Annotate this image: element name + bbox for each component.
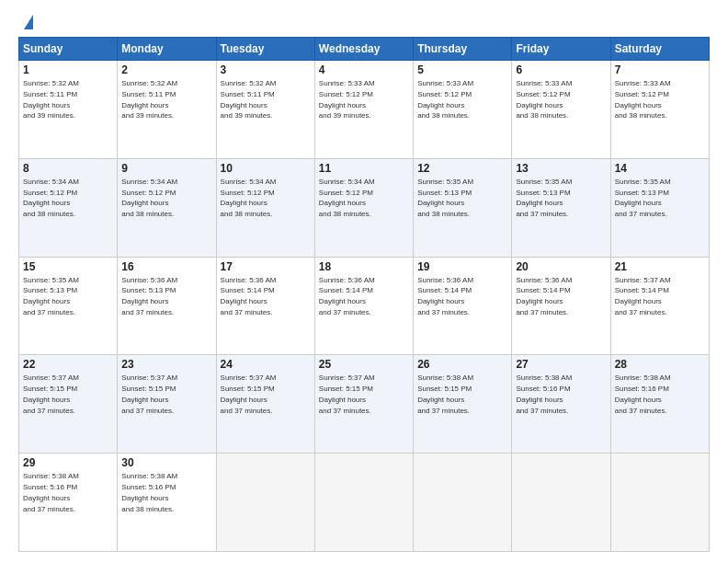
calendar-day-cell: 2 Sunrise: 5:32 AMSunset: 5:11 PMDayligh… — [118, 61, 216, 159]
day-info: Sunrise: 5:34 AMSunset: 5:12 PMDaylight … — [221, 178, 277, 218]
day-number: 6 — [516, 63, 606, 76]
calendar-day-cell: 15 Sunrise: 5:35 AMSunset: 5:13 PMDaylig… — [19, 257, 118, 355]
day-info: Sunrise: 5:33 AMSunset: 5:12 PMDaylight … — [417, 79, 473, 120]
day-number: 25 — [319, 358, 409, 371]
calendar-day-cell: 23 Sunrise: 5:37 AMSunset: 5:15 PMDaylig… — [118, 355, 216, 454]
day-number: 21 — [615, 260, 705, 273]
calendar-day-cell: 27 Sunrise: 5:38 AMSunset: 5:16 PMDaylig… — [512, 355, 610, 454]
day-info: Sunrise: 5:32 AMSunset: 5:11 PMDaylight … — [121, 79, 177, 120]
calendar-week-row: 8 Sunrise: 5:34 AMSunset: 5:12 PMDayligh… — [19, 158, 710, 257]
calendar-day-cell: 21 Sunrise: 5:37 AMSunset: 5:14 PMDaylig… — [610, 257, 709, 355]
calendar-day-cell — [216, 454, 314, 552]
calendar-week-row: 15 Sunrise: 5:35 AMSunset: 5:13 PMDaylig… — [19, 257, 710, 355]
calendar-day-cell: 30 Sunrise: 5:38 AMSunset: 5:16 PMDaylig… — [118, 454, 216, 552]
day-info: Sunrise: 5:38 AMSunset: 5:15 PMDaylight … — [417, 373, 473, 414]
calendar-day-cell: 22 Sunrise: 5:37 AMSunset: 5:15 PMDaylig… — [19, 355, 118, 454]
calendar-day-cell: 4 Sunrise: 5:33 AMSunset: 5:12 PMDayligh… — [314, 61, 413, 159]
day-number: 29 — [23, 456, 113, 469]
day-number: 28 — [615, 358, 705, 371]
calendar-week-row: 1 Sunrise: 5:32 AMSunset: 5:11 PMDayligh… — [19, 61, 710, 159]
day-number: 13 — [516, 162, 606, 175]
day-number: 26 — [417, 358, 507, 371]
calendar-week-row: 29 Sunrise: 5:38 AMSunset: 5:16 PMDaylig… — [19, 454, 710, 552]
calendar-dow-wednesday: Wednesday — [314, 38, 413, 61]
day-info: Sunrise: 5:33 AMSunset: 5:12 PMDaylight … — [319, 79, 375, 120]
calendar-day-cell: 13 Sunrise: 5:35 AMSunset: 5:13 PMDaylig… — [512, 158, 610, 257]
day-number: 3 — [221, 63, 311, 76]
calendar-day-cell: 16 Sunrise: 5:36 AMSunset: 5:13 PMDaylig… — [118, 257, 216, 355]
calendar-day-cell: 12 Sunrise: 5:35 AMSunset: 5:13 PMDaylig… — [414, 158, 512, 257]
page: SundayMondayTuesdayWednesdayThursdayFrid… — [0, 0, 728, 563]
day-info: Sunrise: 5:34 AMSunset: 5:12 PMDaylight … — [319, 178, 375, 218]
calendar-day-cell — [610, 454, 709, 552]
day-info: Sunrise: 5:37 AMSunset: 5:15 PMDaylight … — [23, 373, 79, 414]
day-number: 8 — [23, 162, 113, 175]
calendar-day-cell — [414, 454, 512, 552]
day-info: Sunrise: 5:35 AMSunset: 5:13 PMDaylight … — [417, 178, 473, 218]
calendar-day-cell: 25 Sunrise: 5:37 AMSunset: 5:15 PMDaylig… — [314, 355, 413, 454]
calendar-header-row: SundayMondayTuesdayWednesdayThursdayFrid… — [19, 38, 710, 61]
day-info: Sunrise: 5:37 AMSunset: 5:15 PMDaylight … — [319, 373, 375, 414]
day-number: 4 — [319, 63, 409, 76]
calendar-day-cell: 5 Sunrise: 5:33 AMSunset: 5:12 PMDayligh… — [414, 61, 512, 159]
day-info: Sunrise: 5:33 AMSunset: 5:12 PMDaylight … — [516, 79, 572, 120]
day-info: Sunrise: 5:32 AMSunset: 5:11 PMDaylight … — [221, 79, 277, 120]
day-info: Sunrise: 5:36 AMSunset: 5:14 PMDaylight … — [319, 276, 375, 316]
day-info: Sunrise: 5:36 AMSunset: 5:14 PMDaylight … — [417, 276, 473, 316]
calendar-day-cell: 17 Sunrise: 5:36 AMSunset: 5:14 PMDaylig… — [216, 257, 314, 355]
day-number: 9 — [121, 162, 211, 175]
day-number: 18 — [319, 260, 409, 273]
calendar-dow-sunday: Sunday — [19, 38, 118, 61]
day-number: 22 — [23, 358, 113, 371]
calendar-day-cell: 10 Sunrise: 5:34 AMSunset: 5:12 PMDaylig… — [216, 158, 314, 257]
calendar-day-cell: 9 Sunrise: 5:34 AMSunset: 5:12 PMDayligh… — [118, 158, 216, 257]
day-info: Sunrise: 5:36 AMSunset: 5:14 PMDaylight … — [221, 276, 277, 316]
calendar-day-cell: 20 Sunrise: 5:36 AMSunset: 5:14 PMDaylig… — [512, 257, 610, 355]
day-info: Sunrise: 5:34 AMSunset: 5:12 PMDaylight … — [121, 178, 177, 218]
calendar-day-cell: 29 Sunrise: 5:38 AMSunset: 5:16 PMDaylig… — [19, 454, 118, 552]
day-number: 10 — [221, 162, 311, 175]
logo — [18, 17, 33, 29]
calendar-day-cell: 18 Sunrise: 5:36 AMSunset: 5:14 PMDaylig… — [314, 257, 413, 355]
day-info: Sunrise: 5:38 AMSunset: 5:16 PMDaylight … — [121, 472, 177, 512]
day-number: 19 — [417, 260, 507, 273]
calendar-dow-saturday: Saturday — [610, 38, 709, 61]
day-info: Sunrise: 5:36 AMSunset: 5:14 PMDaylight … — [516, 276, 572, 316]
calendar-dow-monday: Monday — [118, 38, 216, 61]
calendar-dow-tuesday: Tuesday — [216, 38, 314, 61]
day-number: 16 — [121, 260, 211, 273]
calendar-day-cell — [512, 454, 610, 552]
day-info: Sunrise: 5:37 AMSunset: 5:14 PMDaylight … — [615, 276, 671, 316]
day-info: Sunrise: 5:37 AMSunset: 5:15 PMDaylight … — [221, 373, 277, 414]
day-info: Sunrise: 5:38 AMSunset: 5:16 PMDaylight … — [23, 472, 79, 512]
calendar-table: SundayMondayTuesdayWednesdayThursdayFrid… — [18, 37, 710, 552]
calendar-day-cell: 11 Sunrise: 5:34 AMSunset: 5:12 PMDaylig… — [314, 158, 413, 257]
day-info: Sunrise: 5:34 AMSunset: 5:12 PMDaylight … — [23, 178, 79, 218]
day-info: Sunrise: 5:38 AMSunset: 5:16 PMDaylight … — [516, 373, 572, 414]
calendar-day-cell: 6 Sunrise: 5:33 AMSunset: 5:12 PMDayligh… — [512, 61, 610, 159]
calendar-day-cell: 14 Sunrise: 5:35 AMSunset: 5:13 PMDaylig… — [610, 158, 709, 257]
calendar-day-cell: 1 Sunrise: 5:32 AMSunset: 5:11 PMDayligh… — [19, 61, 118, 159]
logo-triangle-icon — [24, 15, 33, 29]
calendar-dow-thursday: Thursday — [414, 38, 512, 61]
day-info: Sunrise: 5:36 AMSunset: 5:13 PMDaylight … — [121, 276, 177, 316]
calendar-day-cell — [314, 454, 413, 552]
day-number: 23 — [121, 358, 211, 371]
day-number: 20 — [516, 260, 606, 273]
calendar-dow-friday: Friday — [512, 38, 610, 61]
day-number: 12 — [417, 162, 507, 175]
header — [18, 17, 710, 29]
day-number: 24 — [221, 358, 311, 371]
day-info: Sunrise: 5:35 AMSunset: 5:13 PMDaylight … — [516, 178, 572, 218]
calendar-day-cell: 3 Sunrise: 5:32 AMSunset: 5:11 PMDayligh… — [216, 61, 314, 159]
day-info: Sunrise: 5:32 AMSunset: 5:11 PMDaylight … — [23, 79, 79, 120]
calendar-day-cell: 28 Sunrise: 5:38 AMSunset: 5:16 PMDaylig… — [610, 355, 709, 454]
calendar-day-cell: 26 Sunrise: 5:38 AMSunset: 5:15 PMDaylig… — [414, 355, 512, 454]
calendar-day-cell: 8 Sunrise: 5:34 AMSunset: 5:12 PMDayligh… — [19, 158, 118, 257]
day-number: 1 — [23, 63, 113, 76]
day-info: Sunrise: 5:33 AMSunset: 5:12 PMDaylight … — [615, 79, 671, 120]
day-info: Sunrise: 5:38 AMSunset: 5:16 PMDaylight … — [615, 373, 671, 414]
day-number: 17 — [221, 260, 311, 273]
day-number: 11 — [319, 162, 409, 175]
day-number: 7 — [615, 63, 705, 76]
